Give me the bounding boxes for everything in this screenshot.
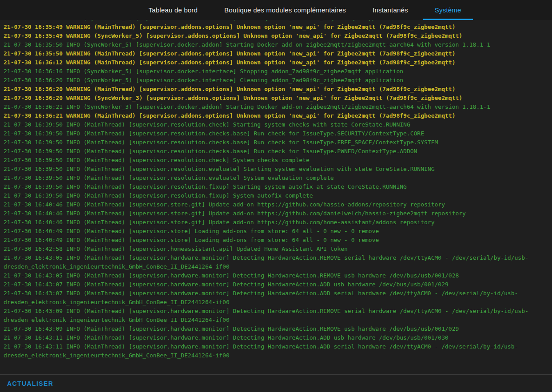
- system-log-viewer[interactable]: 21-07-30 16:35:49 INFO (SyncWorker_5) [s…: [0, 20, 552, 374]
- log-line: 21-07-30 16:43:07 INFO (MainThread) [sup…: [4, 289, 548, 307]
- log-line: 21-07-30 16:43:11 INFO (MainThread) [sup…: [4, 342, 548, 360]
- supervisor-system-page: Tableau de bord Boutique des modules com…: [0, 0, 552, 392]
- log-line: 21-07-30 16:40:46 INFO (MainThread) [sup…: [4, 200, 548, 209]
- log-line: 21-07-30 16:36:16 INFO (SyncWorker_5) [s…: [4, 67, 548, 76]
- log-line: 21-07-30 16:39:50 INFO (MainThread) [sup…: [4, 147, 548, 156]
- log-footer: ACTUALISER: [0, 374, 552, 392]
- log-line: 21-07-30 16:36:21 INFO (SyncWorker_3) [s…: [4, 103, 548, 111]
- log-line: 21-07-30 16:36:12 WARNING (MainThread) […: [4, 58, 548, 67]
- log-line: 21-07-30 16:39:50 INFO (MainThread) [sup…: [4, 129, 548, 138]
- refresh-button[interactable]: ACTUALISER: [7, 380, 53, 387]
- log-line: 21-07-30 16:43:11 INFO (MainThread) [sup…: [4, 333, 548, 342]
- log-line: 21-07-30 16:36:20 INFO (SyncWorker_5) [s…: [4, 76, 548, 85]
- log-line: 21-07-30 16:39:50 INFO (MainThread) [sup…: [4, 138, 548, 147]
- tab-tableau-de-bord[interactable]: Tableau de bord: [135, 0, 211, 20]
- log-line: 21-07-30 16:40:49 INFO (MainThread) [sup…: [4, 236, 548, 245]
- log-line: 21-07-30 16:40:49 INFO (MainThread) [sup…: [4, 227, 548, 236]
- log-line: 21-07-30 16:35:50 INFO (SyncWorker_5) [s…: [4, 40, 548, 49]
- tab-instantanes[interactable]: Instantanés: [359, 0, 421, 20]
- log-line: 21-07-30 16:43:09 INFO (MainThread) [sup…: [4, 307, 548, 325]
- log-line: 21-07-30 16:36:20 WARNING (SyncWorker_3)…: [4, 94, 548, 103]
- log-line: 21-07-30 16:43:05 INFO (MainThread) [sup…: [4, 253, 548, 271]
- log-line: 21-07-30 16:43:07 INFO (MainThread) [sup…: [4, 280, 548, 289]
- log-line: 21-07-30 16:40:46 INFO (MainThread) [sup…: [4, 218, 548, 227]
- log-line: 21-07-30 16:39:50 INFO (MainThread) [sup…: [4, 182, 548, 191]
- log-line: 21-07-30 16:36:20 WARNING (MainThread) […: [4, 85, 548, 94]
- tab-systeme[interactable]: Système: [421, 0, 475, 20]
- log-line: 21-07-30 16:39:50 INFO (MainThread) [sup…: [4, 120, 548, 129]
- log-line: 21-07-30 16:36:21 WARNING (MainThread) […: [4, 111, 548, 120]
- log-line: 21-07-30 16:39:50 INFO (MainThread) [sup…: [4, 156, 548, 165]
- log-line: 21-07-30 16:39:50 INFO (MainThread) [sup…: [4, 191, 548, 200]
- tab-boutique-des-modules-complementaires[interactable]: Boutique des modules complémentaires: [211, 0, 359, 20]
- log-line: 21-07-30 16:42:58 INFO (MainThread) [sup…: [4, 245, 548, 253]
- log-line: 21-07-30 16:39:50 INFO (MainThread) [sup…: [4, 174, 548, 182]
- top-tab-bar: Tableau de bord Boutique des modules com…: [0, 0, 552, 20]
- log-line: 21-07-30 16:35:50 WARNING (MainThread) […: [4, 49, 548, 58]
- tab-label: Système: [435, 6, 461, 14]
- log-line: 21-07-30 16:35:49 WARNING (SyncWorker_5)…: [4, 32, 548, 40]
- tab-label: Boutique des modules complémentaires: [224, 6, 346, 14]
- tab-label: Instantanés: [373, 6, 408, 14]
- log-line: 21-07-30 16:43:09 INFO (MainThread) [sup…: [4, 325, 548, 333]
- log-line: 21-07-30 16:40:46 INFO (MainThread) [sup…: [4, 209, 548, 218]
- log-line: 21-07-30 16:39:50 INFO (MainThread) [sup…: [4, 165, 548, 174]
- log-line: 21-07-30 16:35:49 WARNING (MainThread) […: [4, 23, 548, 32]
- tab-label: Tableau de bord: [148, 6, 198, 14]
- log-line: 21-07-30 16:43:05 INFO (MainThread) [sup…: [4, 271, 548, 280]
